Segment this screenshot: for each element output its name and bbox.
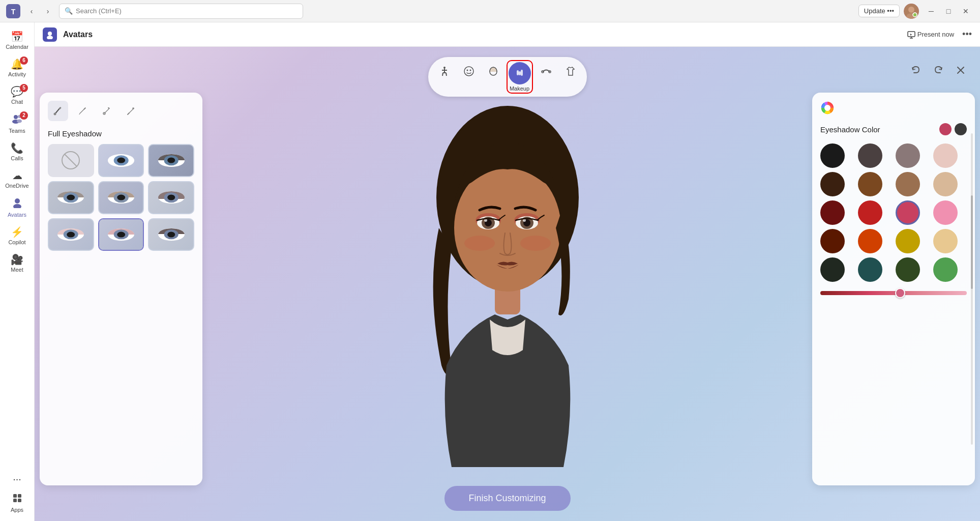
svg-rect-13	[18, 494, 21, 498]
present-now-label: Present now	[917, 31, 954, 38]
color-swatch-darkorange[interactable]	[820, 229, 845, 253]
color-swatch-teal[interactable]	[858, 257, 882, 282]
present-now-button[interactable]: Present now	[903, 28, 958, 41]
brush-tool-1[interactable]	[48, 101, 68, 121]
scrollbar-thumb[interactable]	[971, 195, 973, 289]
color-swatch-orange[interactable]	[858, 229, 882, 253]
header-more-button[interactable]: •••	[962, 29, 972, 40]
eye-style-4[interactable]	[98, 181, 144, 214]
color-swatch-selected-pink[interactable]	[896, 200, 920, 225]
titlebar: T ‹ › 🔍 Search (Ctrl+E) Update ••• ─ □ ✕	[0, 0, 980, 22]
teams-badge: 2	[20, 111, 28, 120]
maximize-button[interactable]: □	[940, 4, 957, 18]
svg-rect-18	[908, 32, 915, 37]
color-swatch-grid	[820, 143, 967, 282]
current-colors	[939, 123, 967, 135]
sidebar-item-avatars[interactable]: Avatars	[0, 193, 34, 222]
back-button[interactable]: ‹	[24, 4, 39, 18]
color-swatch-brown[interactable]	[858, 172, 882, 196]
color-swatch-tan[interactable]	[896, 172, 920, 196]
eye-style-7[interactable]	[98, 218, 144, 251]
update-button[interactable]: Update •••	[858, 5, 900, 17]
avatar-display	[401, 85, 614, 482]
color-swatch-olive[interactable]	[896, 257, 920, 282]
user-avatar[interactable]	[904, 4, 919, 19]
brush-tool-4[interactable]	[121, 101, 141, 121]
svg-point-6	[14, 115, 18, 119]
svg-text:T: T	[11, 8, 16, 16]
sidebar-item-calendar[interactable]: 📅 Calendar	[0, 26, 34, 54]
brush4-icon	[126, 106, 136, 116]
eye-style-none[interactable]	[48, 144, 94, 177]
redo-button[interactable]	[929, 61, 947, 79]
sidebar-item-teams[interactable]: Teams 2	[0, 109, 34, 138]
calendar-icon: 📅	[11, 31, 23, 43]
sidebar-label-meet: Meet	[11, 267, 23, 273]
brush-tool-3[interactable]	[97, 101, 117, 121]
eye-style-1[interactable]	[98, 144, 144, 177]
color-swatch-lightpink[interactable]	[933, 143, 958, 168]
color-swatch-red[interactable]	[858, 200, 882, 225]
color-swatch-black[interactable]	[820, 143, 845, 168]
color-swatch-darkgray[interactable]	[858, 143, 882, 168]
forward-button[interactable]: ›	[41, 4, 55, 18]
eye-style-2[interactable]	[148, 144, 194, 177]
color-swatch-darkbrown[interactable]	[820, 172, 845, 196]
brush-tool-2[interactable]	[72, 101, 93, 121]
sidebar-label-apps: Apps	[11, 507, 23, 513]
undo-icon	[911, 65, 921, 75]
color-swatch-green[interactable]	[933, 257, 958, 282]
sidebar-item-more[interactable]: ···	[0, 469, 34, 489]
no-style-icon	[61, 150, 81, 170]
current-color-1[interactable]	[939, 123, 952, 135]
svg-rect-14	[13, 499, 17, 502]
sidebar-item-apps[interactable]: Apps	[0, 489, 34, 517]
color-swatch-yellow[interactable]	[896, 229, 920, 253]
sidebar-item-copilot[interactable]: ⚡ Copilot	[0, 222, 34, 249]
svg-line-50	[65, 154, 77, 166]
eye-style-5[interactable]	[148, 181, 194, 214]
color-swatch-darkgreen[interactable]	[820, 257, 845, 282]
color-swatch-lightpink2[interactable]	[933, 200, 958, 225]
close-editor-button[interactable]	[952, 61, 970, 79]
undo-button[interactable]	[907, 61, 925, 79]
search-bar[interactable]: 🔍 Search (Ctrl+E)	[59, 4, 303, 19]
chat-badge: 5	[20, 84, 28, 92]
sidebar-item-calls[interactable]: 📞 Calls	[0, 138, 34, 165]
color-swatch-peach[interactable]	[933, 172, 958, 196]
main-content: Avatars Present now •••	[35, 22, 980, 521]
svg-point-3	[908, 7, 914, 13]
left-panel-section-label: Full Eyeshadow	[48, 129, 194, 138]
sidebar-label-calendar: Calendar	[6, 44, 28, 50]
sidebar-item-meet[interactable]: 🎥 Meet	[0, 249, 34, 277]
sidebar-item-activity[interactable]: 🔔 Activity 6	[0, 54, 34, 81]
avatar-svg	[401, 85, 614, 482]
sidebar-label-chat: Chat	[11, 99, 23, 105]
calls-icon: 📞	[11, 142, 23, 154]
sidebar-item-onedrive[interactable]: ☁ OneDrive	[0, 165, 34, 193]
minimize-button[interactable]: ─	[923, 4, 939, 18]
eye-style-8[interactable]	[148, 218, 194, 251]
app-title: Avatars	[63, 30, 93, 39]
eye-style-6[interactable]	[48, 218, 94, 251]
svg-point-5	[913, 13, 917, 17]
present-icon	[907, 31, 915, 39]
color-wheel-container	[820, 101, 967, 117]
sidebar-item-chat[interactable]: 💬 Chat 5	[0, 81, 34, 109]
svg-point-39	[54, 113, 56, 115]
copilot-icon: ⚡	[11, 226, 23, 238]
app-icon	[43, 27, 57, 42]
app-header-right: Present now •••	[903, 28, 972, 41]
sidebar: 📅 Calendar 🔔 Activity 6 💬 Chat 5 Teams	[0, 22, 35, 521]
eye-style-3[interactable]	[48, 181, 94, 214]
color-intensity-slider[interactable]	[820, 291, 967, 295]
current-color-2[interactable]	[955, 123, 967, 135]
finish-customizing-button[interactable]: Finish Customizing	[444, 486, 570, 511]
onedrive-icon: ☁	[12, 169, 22, 182]
color-swatch-darkred[interactable]	[820, 200, 845, 225]
color-swatch-cream[interactable]	[933, 229, 958, 253]
svg-point-9	[17, 120, 22, 123]
close-button[interactable]: ✕	[958, 4, 974, 18]
color-swatch-gray[interactable]	[896, 143, 920, 168]
svg-point-10	[15, 198, 20, 204]
